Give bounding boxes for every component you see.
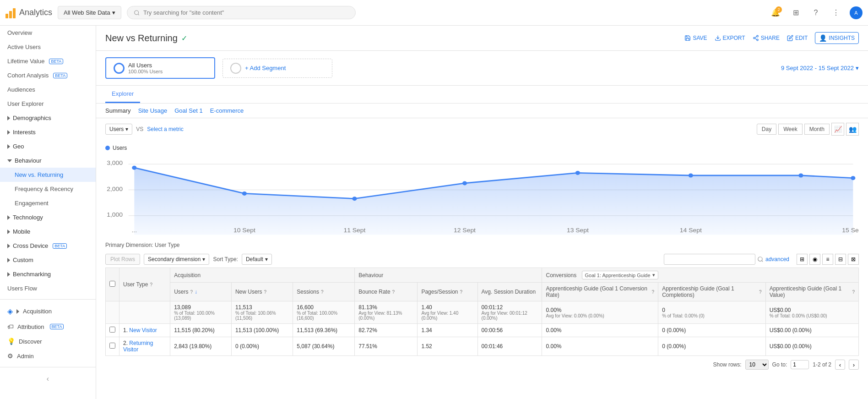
sidebar-collapse-btn[interactable]: ‹	[0, 371, 96, 387]
svg-point-18	[575, 171, 580, 175]
table-row: 2. Returning Visitor 2,843 (19.80%) 0 (0…	[106, 337, 859, 356]
share-button[interactable]: SHARE	[753, 35, 780, 41]
sort-type-dropdown[interactable]: Default ▾	[242, 254, 272, 265]
table-row: 1. New Visitor 11,515 (80.20%) 11,513 (1…	[106, 324, 859, 337]
notification-bell[interactable]: 🔔 2	[769, 6, 782, 19]
main-content: New vs Returning ✓ SAVE EXPORT SHARE	[96, 26, 868, 399]
sidebar-item-custom[interactable]: Custom	[0, 253, 96, 267]
table-section: Primary Dimension: User Type Plot Rows S…	[96, 237, 868, 383]
insights-icon: 👤	[819, 34, 827, 42]
sub-tab-goal-set-1[interactable]: Goal Set 1	[174, 107, 202, 114]
show-rows-select[interactable]: 10 25 50 100	[745, 360, 769, 370]
sidebar-item-cross-device[interactable]: Cross Device BETA	[0, 239, 96, 253]
next-page-button[interactable]: ›	[849, 360, 859, 370]
segment-all-users[interactable]: All Users 100.00% Users	[105, 57, 215, 79]
row1-users: 11,515 (80.20%)	[170, 324, 232, 337]
bar-view-button[interactable]: ≡	[822, 254, 833, 265]
sidebar-section-discover[interactable]: 💡 Discover	[0, 334, 96, 349]
avatar[interactable]: A	[850, 6, 863, 19]
svg-text:14 Sept: 14 Sept	[680, 227, 702, 233]
more-options-icon[interactable]: ⋮	[830, 6, 842, 19]
sidebar-item-audiences[interactable]: Audiences	[0, 82, 96, 97]
custom-view-button[interactable]: ⊠	[848, 254, 859, 265]
row2-checkbox[interactable]	[106, 337, 119, 356]
table-search-input[interactable]	[664, 254, 755, 265]
sidebar-item-users-flow[interactable]: Users Flow	[0, 281, 96, 295]
search-icon[interactable]	[757, 256, 764, 262]
row1-checkbox[interactable]	[106, 324, 119, 337]
sidebar-divider-bottom	[0, 367, 96, 367]
sidebar-item-demographics[interactable]: Demographics	[0, 111, 96, 125]
metric-dropdown-users[interactable]: Users ▾	[105, 124, 132, 135]
total-users: 13,089 % of Total: 100.00% (13,089)	[170, 301, 232, 324]
goal-dropdown[interactable]: Goal 1: Apprenticeship Guide ▾	[582, 271, 658, 279]
user-type-sort[interactable]: User Type ?	[123, 281, 166, 288]
layout: Overview Active Users Lifetime Value BET…	[0, 26, 868, 399]
svg-text:3,000: 3,000	[107, 160, 123, 166]
row2-user-type-link[interactable]: Returning Visitor	[123, 340, 153, 353]
insights-button[interactable]: 👤 INSIGHTS	[815, 32, 859, 44]
save-button[interactable]: SAVE	[684, 35, 707, 41]
secondary-dimension-dropdown[interactable]: Secondary dimension ▾	[144, 254, 209, 265]
row1-avg-duration: 00:00:56	[477, 324, 542, 337]
total-avg-duration: 00:01:12 Avg for View: 00:01:12 (0.00%)	[477, 301, 542, 324]
plot-rows-button: Plot Rows	[105, 254, 140, 265]
bubble-view-button[interactable]: ◉	[809, 254, 820, 265]
expand-icon	[7, 130, 10, 135]
export-button[interactable]: EXPORT	[715, 35, 745, 41]
goto-input[interactable]	[791, 360, 809, 369]
sidebar-item-geo[interactable]: Geo	[0, 139, 96, 153]
row2-goal1-comp: 0 (0.00%)	[658, 337, 765, 356]
sidebar-item-active-users[interactable]: Active Users	[0, 40, 96, 54]
sidebar-section-acquisition[interactable]: ◈ Acquisition	[0, 303, 96, 319]
sidebar-item-new-vs-returning[interactable]: New vs. Returning	[0, 168, 96, 182]
beta-badge-attribution: BETA	[50, 324, 64, 329]
sidebar-item-engagement[interactable]: Engagement	[0, 196, 96, 210]
pivot-view-button[interactable]: ⊟	[835, 254, 846, 265]
sidebar-item-interests[interactable]: Interests	[0, 125, 96, 139]
help-icon[interactable]: ?	[809, 6, 822, 19]
date-range-selector[interactable]: 9 Sept 2022 - 15 Sept 2022 ▾	[781, 65, 859, 71]
sidebar-item-overview[interactable]: Overview	[0, 26, 96, 40]
sidebar-item-benchmarking[interactable]: Benchmarking	[0, 267, 96, 281]
sidebar-section-admin[interactable]: ⚙ Admin	[0, 349, 96, 363]
month-button[interactable]: Month	[804, 124, 830, 135]
week-button[interactable]: Week	[778, 124, 802, 135]
day-button[interactable]: Day	[757, 124, 776, 135]
logo-icon	[5, 7, 16, 18]
sidebar-item-frequency-recency[interactable]: Frequency & Recency	[0, 182, 96, 196]
add-segment-button[interactable]: + Add Segment	[222, 59, 332, 78]
tab-explorer[interactable]: Explorer	[105, 86, 140, 103]
search-bar[interactable]	[127, 6, 356, 19]
svg-point-19	[689, 174, 693, 178]
sidebar-item-behaviour[interactable]: Behaviour	[0, 153, 96, 168]
row2-sessions: 5,087 (30.64%)	[293, 337, 355, 356]
grid-view-button[interactable]: ⊞	[797, 254, 808, 265]
sidebar-item-mobile[interactable]: Mobile	[0, 224, 96, 239]
goto-label: Go to:	[772, 361, 787, 368]
advanced-link[interactable]: advanced	[765, 256, 789, 262]
th-goal1-value: Apprenticeship Guide (Goal 1 Value) ?	[765, 283, 858, 301]
bar-chart-button[interactable]: 👥	[846, 123, 859, 136]
select-all-checkbox[interactable]	[109, 281, 115, 287]
sub-tab-ecommerce[interactable]: E-commerce	[210, 107, 244, 114]
sidebar-item-technology[interactable]: Technology	[0, 210, 96, 224]
total-checkbox-cell	[106, 301, 119, 324]
search-input[interactable]	[143, 9, 349, 16]
sub-tab-summary[interactable]: Summary	[105, 107, 131, 114]
sidebar-item-cohort-analysis[interactable]: Cohort Analysis BETA	[0, 68, 96, 82]
svg-point-29	[758, 257, 762, 261]
site-selector[interactable]: All Web Site Data ▾	[58, 6, 121, 19]
select-metric-link[interactable]: Select a metric	[147, 126, 183, 132]
sidebar-item-user-explorer[interactable]: User Explorer	[0, 97, 96, 111]
sidebar-item-lifetime-value[interactable]: Lifetime Value BETA	[0, 54, 96, 68]
sidebar-section-attribution[interactable]: 🏷 Attribution BETA	[0, 319, 96, 334]
apps-grid[interactable]: ⊞	[789, 6, 802, 19]
svg-text:1,000: 1,000	[107, 212, 123, 218]
chevron-down-icon: ▾	[652, 272, 655, 278]
line-chart-button[interactable]: 📈	[831, 123, 844, 136]
row1-user-type-link[interactable]: New Visitor	[129, 327, 157, 333]
sub-tab-site-usage[interactable]: Site Usage	[138, 107, 168, 114]
prev-page-button[interactable]: ‹	[835, 360, 845, 370]
edit-button[interactable]: EDIT	[787, 35, 808, 41]
